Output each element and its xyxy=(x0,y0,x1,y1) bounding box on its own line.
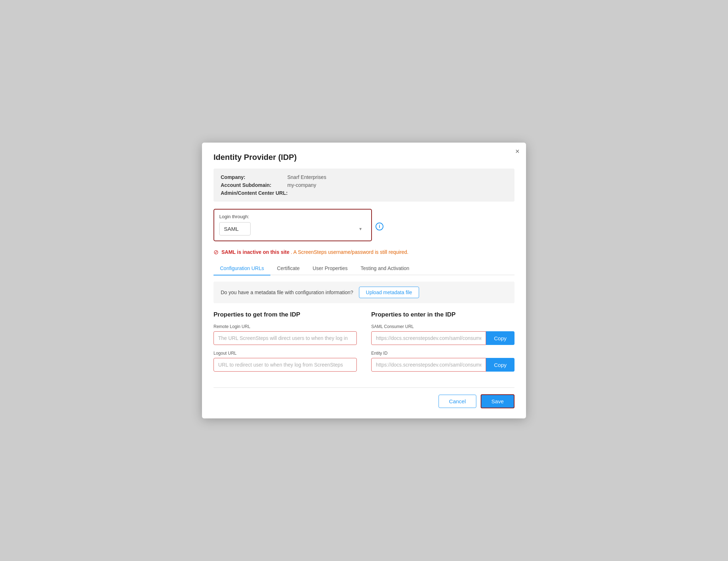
close-button[interactable]: × xyxy=(515,148,520,155)
logout-url-label: Logout URL xyxy=(214,351,357,356)
footer-divider xyxy=(214,387,514,388)
login-through-label: Login through: xyxy=(219,214,366,219)
left-col-title: Properties to get from the IDP xyxy=(214,311,357,318)
url-label: Admin/Content Center URL: xyxy=(221,190,288,196)
save-button[interactable]: Save xyxy=(481,394,514,408)
saml-consumer-label: SAML Consumer URL xyxy=(371,324,514,329)
left-col: Properties to get from the IDP Remote Lo… xyxy=(214,311,357,377)
tab-certificate[interactable]: Certificate xyxy=(270,262,306,275)
company-row: Company: Snarf Enterprises xyxy=(221,174,507,180)
tab-user-properties[interactable]: User Properties xyxy=(306,262,354,275)
login-through-select[interactable]: SAML Standard OAuth xyxy=(219,222,251,235)
remote-login-field: Remote Login URL xyxy=(214,324,357,345)
remote-login-label: Remote Login URL xyxy=(214,324,357,329)
entity-id-input[interactable] xyxy=(371,358,486,372)
company-value: Snarf Enterprises xyxy=(287,174,326,180)
warning-normal: . A ScreenSteps username/password is sti… xyxy=(291,249,409,255)
tab-testing-activation[interactable]: Testing and Activation xyxy=(354,262,415,275)
login-through-select-wrapper: SAML Standard OAuth xyxy=(219,222,366,235)
company-label: Company: xyxy=(221,174,287,180)
saml-consumer-input[interactable] xyxy=(371,331,486,345)
dialog-title: Identity Provider (IDP) xyxy=(214,153,514,162)
metadata-bar: Do you have a metadata file with configu… xyxy=(214,282,514,303)
saml-info-icon[interactable]: i xyxy=(376,223,383,230)
warning-row: ⊘ SAML is inactive on this site . A Scre… xyxy=(214,248,514,256)
saml-consumer-field: SAML Consumer URL Copy xyxy=(371,324,514,345)
remote-login-input[interactable] xyxy=(214,331,357,345)
subdomain-value: my-company xyxy=(287,182,316,188)
saml-consumer-copy-button[interactable]: Copy xyxy=(486,331,514,345)
logout-url-field: Logout URL xyxy=(214,351,357,372)
identity-provider-dialog: × Identity Provider (IDP) Company: Snarf… xyxy=(202,143,526,419)
entity-id-label: Entity ID xyxy=(371,351,514,356)
url-row: Admin/Content Center URL: xyxy=(221,190,507,196)
metadata-text: Do you have a metadata file with configu… xyxy=(221,290,353,295)
right-col-title: Properties to enter in the IDP xyxy=(371,311,514,318)
entity-id-copy-button[interactable]: Copy xyxy=(486,358,514,372)
entity-id-field: Entity ID Copy xyxy=(371,351,514,372)
cancel-button[interactable]: Cancel xyxy=(439,395,476,408)
properties-section: Properties to get from the IDP Remote Lo… xyxy=(214,311,514,377)
tab-configuration-urls[interactable]: Configuration URLs xyxy=(214,262,270,275)
right-col: Properties to enter in the IDP SAML Cons… xyxy=(371,311,514,377)
info-section: Company: Snarf Enterprises Account Subdo… xyxy=(214,169,514,202)
dialog-footer: Cancel Save xyxy=(214,394,514,408)
logout-url-input[interactable] xyxy=(214,358,357,372)
login-through-section: Login through: SAML Standard OAuth xyxy=(214,209,372,241)
warning-icon: ⊘ xyxy=(214,248,219,256)
tabs: Configuration URLs Certificate User Prop… xyxy=(214,262,514,275)
upload-metadata-button[interactable]: Upload metadata file xyxy=(359,287,419,298)
warning-bold: SAML is inactive on this site xyxy=(221,249,289,255)
subdomain-row: Account Subdomain: my-company xyxy=(221,182,507,188)
subdomain-label: Account Subdomain: xyxy=(221,182,287,188)
